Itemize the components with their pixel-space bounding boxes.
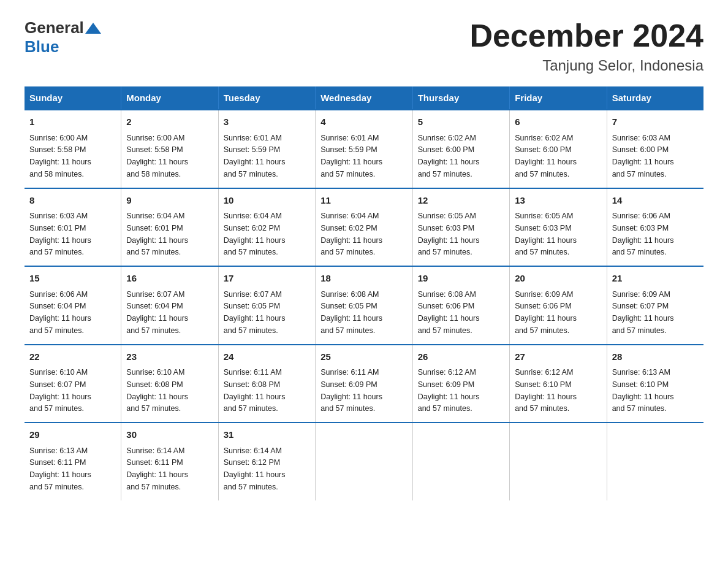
table-cell: 31Sunrise: 6:14 AMSunset: 6:12 PMDayligh…	[218, 423, 315, 500]
table-cell	[510, 423, 607, 500]
day-number: 31	[224, 428, 310, 442]
day-info: Sunrise: 6:00 AMSunset: 5:58 PMDaylight:…	[126, 134, 188, 178]
calendar-body: 1Sunrise: 6:00 AMSunset: 5:58 PMDaylight…	[25, 110, 703, 500]
day-number: 22	[29, 350, 116, 364]
day-info: Sunrise: 6:04 AMSunset: 6:02 PMDaylight:…	[320, 212, 382, 256]
table-cell: 22Sunrise: 6:10 AMSunset: 6:07 PMDayligh…	[25, 345, 121, 423]
table-cell	[412, 423, 509, 500]
day-number: 1	[29, 115, 116, 129]
table-cell: 29Sunrise: 6:13 AMSunset: 6:11 PMDayligh…	[25, 423, 121, 500]
table-cell: 14Sunrise: 6:06 AMSunset: 6:03 PMDayligh…	[607, 188, 703, 267]
col-thursday: Thursday	[412, 86, 509, 110]
day-number: 21	[612, 272, 699, 286]
day-info: Sunrise: 6:09 AMSunset: 6:07 PMDaylight:…	[612, 290, 674, 335]
table-cell: 9Sunrise: 6:04 AMSunset: 6:01 PMDaylight…	[121, 188, 218, 267]
calendar-table: Sunday Monday Tuesday Wednesday Thursday…	[25, 86, 703, 500]
day-info: Sunrise: 6:00 AMSunset: 5:58 PMDaylight:…	[29, 134, 91, 178]
calendar-subtitle: Tanjung Selor, Indonesia	[469, 57, 703, 74]
table-cell: 8Sunrise: 6:03 AMSunset: 6:01 PMDaylight…	[25, 188, 121, 267]
day-info: Sunrise: 6:08 AMSunset: 6:05 PMDaylight:…	[320, 290, 382, 335]
table-cell: 16Sunrise: 6:07 AMSunset: 6:04 PMDayligh…	[121, 266, 218, 345]
day-info: Sunrise: 6:06 AMSunset: 6:04 PMDaylight:…	[29, 290, 91, 335]
day-info: Sunrise: 6:14 AMSunset: 6:12 PMDaylight:…	[224, 446, 286, 491]
col-wednesday: Wednesday	[316, 86, 412, 110]
logo-general-text: General	[25, 18, 84, 37]
table-cell: 25Sunrise: 6:11 AMSunset: 6:09 PMDayligh…	[316, 345, 412, 423]
table-cell: 11Sunrise: 6:04 AMSunset: 6:02 PMDayligh…	[316, 188, 412, 267]
table-cell: 5Sunrise: 6:02 AMSunset: 6:00 PMDaylight…	[412, 110, 509, 188]
table-cell: 18Sunrise: 6:08 AMSunset: 6:05 PMDayligh…	[316, 266, 412, 345]
col-friday: Friday	[510, 86, 607, 110]
table-cell: 23Sunrise: 6:10 AMSunset: 6:08 PMDayligh…	[121, 345, 218, 423]
table-cell: 26Sunrise: 6:12 AMSunset: 6:09 PMDayligh…	[412, 345, 509, 423]
day-info: Sunrise: 6:04 AMSunset: 6:02 PMDaylight:…	[224, 212, 286, 256]
table-cell: 13Sunrise: 6:05 AMSunset: 6:03 PMDayligh…	[510, 188, 607, 267]
day-info: Sunrise: 6:11 AMSunset: 6:09 PMDaylight:…	[320, 368, 382, 413]
day-number: 10	[224, 194, 310, 208]
day-info: Sunrise: 6:06 AMSunset: 6:03 PMDaylight:…	[612, 212, 674, 256]
day-number: 19	[418, 272, 504, 286]
table-cell: 20Sunrise: 6:09 AMSunset: 6:06 PMDayligh…	[510, 266, 607, 345]
day-info: Sunrise: 6:09 AMSunset: 6:06 PMDaylight:…	[515, 290, 577, 335]
day-number: 18	[320, 272, 407, 286]
day-number: 26	[418, 350, 504, 364]
day-number: 3	[224, 115, 310, 129]
day-number: 2	[126, 115, 213, 129]
day-number: 13	[515, 194, 601, 208]
col-sunday: Sunday	[25, 86, 121, 110]
day-number: 12	[418, 194, 504, 208]
day-info: Sunrise: 6:02 AMSunset: 6:00 PMDaylight:…	[515, 134, 577, 178]
day-number: 15	[29, 272, 116, 286]
day-number: 23	[126, 350, 213, 364]
day-number: 27	[515, 350, 601, 364]
table-cell: 30Sunrise: 6:14 AMSunset: 6:11 PMDayligh…	[121, 423, 218, 500]
table-cell	[316, 423, 412, 500]
day-number: 4	[320, 115, 407, 129]
col-saturday: Saturday	[607, 86, 703, 110]
day-number: 8	[29, 194, 116, 208]
table-cell: 4Sunrise: 6:01 AMSunset: 5:59 PMDaylight…	[316, 110, 412, 188]
title-block: December 2024 Tanjung Selor, Indonesia	[469, 18, 703, 74]
table-cell: 27Sunrise: 6:12 AMSunset: 6:10 PMDayligh…	[510, 345, 607, 423]
day-info: Sunrise: 6:03 AMSunset: 6:00 PMDaylight:…	[612, 134, 674, 178]
table-cell: 21Sunrise: 6:09 AMSunset: 6:07 PMDayligh…	[607, 266, 703, 345]
col-monday: Monday	[121, 86, 218, 110]
col-tuesday: Tuesday	[218, 86, 315, 110]
day-number: 5	[418, 115, 504, 129]
table-cell: 15Sunrise: 6:06 AMSunset: 6:04 PMDayligh…	[25, 266, 121, 345]
day-info: Sunrise: 6:13 AMSunset: 6:11 PMDaylight:…	[29, 446, 91, 491]
table-cell: 3Sunrise: 6:01 AMSunset: 5:59 PMDaylight…	[218, 110, 315, 188]
day-info: Sunrise: 6:03 AMSunset: 6:01 PMDaylight:…	[29, 212, 91, 256]
table-cell: 17Sunrise: 6:07 AMSunset: 6:05 PMDayligh…	[218, 266, 315, 345]
day-number: 29	[29, 428, 116, 442]
page-header: General Blue December 2024 Tanjung Selor…	[25, 18, 703, 74]
day-info: Sunrise: 6:08 AMSunset: 6:06 PMDaylight:…	[418, 290, 480, 335]
table-cell: 12Sunrise: 6:05 AMSunset: 6:03 PMDayligh…	[412, 188, 509, 267]
calendar-header: Sunday Monday Tuesday Wednesday Thursday…	[25, 86, 703, 110]
day-info: Sunrise: 6:07 AMSunset: 6:04 PMDaylight:…	[126, 290, 188, 335]
day-info: Sunrise: 6:05 AMSunset: 6:03 PMDaylight:…	[515, 212, 577, 256]
day-number: 24	[224, 350, 310, 364]
day-info: Sunrise: 6:11 AMSunset: 6:08 PMDaylight:…	[224, 368, 286, 413]
table-cell: 7Sunrise: 6:03 AMSunset: 6:00 PMDaylight…	[607, 110, 703, 188]
day-number: 17	[224, 272, 310, 286]
day-number: 30	[126, 428, 213, 442]
day-number: 28	[612, 350, 699, 364]
table-cell: 10Sunrise: 6:04 AMSunset: 6:02 PMDayligh…	[218, 188, 315, 267]
day-info: Sunrise: 6:13 AMSunset: 6:10 PMDaylight:…	[612, 368, 674, 413]
day-info: Sunrise: 6:01 AMSunset: 5:59 PMDaylight:…	[224, 134, 286, 178]
day-info: Sunrise: 6:10 AMSunset: 6:08 PMDaylight:…	[126, 368, 188, 413]
day-info: Sunrise: 6:02 AMSunset: 6:00 PMDaylight:…	[418, 134, 480, 178]
day-info: Sunrise: 6:14 AMSunset: 6:11 PMDaylight:…	[126, 446, 188, 491]
day-info: Sunrise: 6:01 AMSunset: 5:59 PMDaylight:…	[320, 134, 382, 178]
table-cell: 19Sunrise: 6:08 AMSunset: 6:06 PMDayligh…	[412, 266, 509, 345]
table-cell: 1Sunrise: 6:00 AMSunset: 5:58 PMDaylight…	[25, 110, 121, 188]
day-info: Sunrise: 6:05 AMSunset: 6:03 PMDaylight:…	[418, 212, 480, 256]
day-info: Sunrise: 6:07 AMSunset: 6:05 PMDaylight:…	[224, 290, 286, 335]
day-number: 20	[515, 272, 601, 286]
calendar-title: December 2024	[469, 18, 703, 53]
logo: General Blue	[25, 18, 101, 56]
day-number: 9	[126, 194, 213, 208]
table-cell: 24Sunrise: 6:11 AMSunset: 6:08 PMDayligh…	[218, 345, 315, 423]
logo-blue-text: Blue	[25, 37, 59, 56]
